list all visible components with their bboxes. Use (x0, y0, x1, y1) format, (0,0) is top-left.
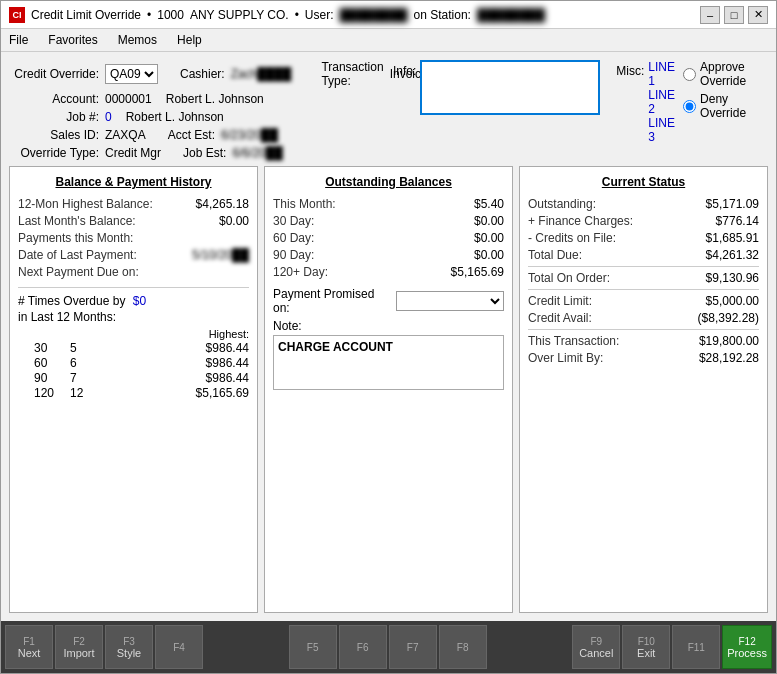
status-value-6: ($8,392.28) (698, 311, 759, 325)
f7-key[interactable]: F7 (389, 625, 437, 669)
outstanding-value-0: $5.40 (474, 197, 504, 211)
overdue-count-1: 6 (70, 356, 90, 370)
override-radio-section: Approve Override Deny Override (683, 60, 768, 120)
credit-override-select[interactable]: QA09 (105, 64, 158, 84)
f2-key[interactable]: F2 Import (55, 625, 103, 669)
status-row-3: Total Due: $4,261.32 (528, 248, 759, 262)
highest-label: Highest: (96, 328, 249, 340)
status-value-2: $1,685.91 (706, 231, 759, 245)
outstanding-label-1: 30 Day: (273, 214, 314, 228)
balance-history-panel: Balance & Payment History 12-Mon Highest… (9, 166, 258, 613)
function-key-bar: F1 Next F2 Import F3 Style F4 F5 F6 F7 (1, 621, 776, 673)
acct-est-label: Acct Est: (168, 128, 215, 142)
job-name: Robert L. Johnson (126, 110, 224, 124)
overdue-amount-3: $5,165.69 (96, 386, 249, 400)
f9-key[interactable]: F9 Cancel (572, 625, 620, 669)
title-bar: CI Credit Limit Override • 1000 ANY SUPP… (1, 1, 776, 29)
job-label: Job #: (9, 110, 99, 124)
info-area: Info: (393, 60, 600, 115)
station-value: ████████ (477, 8, 545, 22)
overdue-count-2: 7 (70, 371, 90, 385)
current-status-title: Current Status (528, 175, 759, 189)
f8-key[interactable]: F8 (439, 625, 487, 669)
f6-key[interactable]: F6 (339, 625, 387, 669)
approve-override-radio[interactable] (683, 68, 696, 81)
overdue-grid: Highest: 30 5 $986.44 60 6 $986.44 90 7 … (34, 328, 249, 400)
minimize-button[interactable]: – (700, 6, 720, 24)
payment-promised-select[interactable] (396, 291, 504, 311)
status-row-5: Credit Limit: $5,000.00 (528, 294, 759, 308)
balance-label-2: Payments this Month: (18, 231, 133, 245)
status-label-6: Credit Avail: (528, 311, 592, 325)
close-button[interactable]: ✕ (748, 6, 768, 24)
misc-label: Misc: (616, 64, 644, 78)
balance-row-1: Last Month's Balance: $0.00 (18, 214, 249, 228)
maximize-button[interactable]: □ (724, 6, 744, 24)
job-est-value: 6/6/20██ (232, 146, 282, 160)
f10-key[interactable]: F10 Exit (622, 625, 670, 669)
misc-line-2: LINE 2 (648, 88, 675, 116)
account-name: Robert L. Johnson (166, 92, 264, 106)
balance-label-4: Next Payment Due on: (18, 265, 139, 279)
balance-value-0: $4,265.18 (196, 197, 249, 211)
balance-row-0: 12-Mon Highest Balance: $4,265.18 (18, 197, 249, 211)
job-value: 0 (105, 110, 112, 124)
f3-key[interactable]: F3 Style (105, 625, 153, 669)
deny-override-label: Deny Override (700, 92, 768, 120)
outstanding-value-4: $5,165.69 (451, 265, 504, 279)
outstanding-value-2: $0.00 (474, 231, 504, 245)
status-value-0: $5,171.09 (706, 197, 759, 211)
window-controls: – □ ✕ (700, 6, 768, 24)
row-override-type: Override Type: Credit Mgr Job Est: 6/6/2… (9, 146, 369, 160)
menu-help[interactable]: Help (173, 31, 206, 49)
status-row-4: Total On Order: $9,130.96 (528, 271, 759, 285)
status-value-4: $9,130.96 (706, 271, 759, 285)
balance-value-3: 5/10/20██ (192, 248, 249, 262)
f4-key[interactable]: F4 (155, 625, 203, 669)
menu-memos[interactable]: Memos (114, 31, 161, 49)
deny-override-radio[interactable] (683, 100, 696, 113)
status-row-8: Over Limit By: $28,192.28 (528, 351, 759, 365)
overdue-amount-1: $986.44 (96, 356, 249, 370)
status-label-4: Total On Order: (528, 271, 610, 285)
company-name: ANY SUPPLY CO. (190, 8, 289, 22)
f11-key[interactable]: F11 (672, 625, 720, 669)
balance-label-3: Date of Last Payment: (18, 248, 137, 262)
row-credit-override: Credit Override: QA09 Cashier: Zach████ … (9, 60, 369, 88)
status-label-8: Over Limit By: (528, 351, 603, 365)
override-type-label: Override Type: (9, 146, 99, 160)
note-box: CHARGE ACCOUNT (273, 335, 504, 390)
sales-id-label: Sales ID: (9, 128, 99, 142)
status-divider-2 (528, 289, 759, 290)
status-value-3: $4,261.32 (706, 248, 759, 262)
payment-promised-row: Payment Promised on: (273, 287, 504, 315)
info-input[interactable] (420, 60, 600, 115)
status-label-7: This Transaction: (528, 334, 619, 348)
balance-label-1: Last Month's Balance: (18, 214, 136, 228)
f5-key[interactable]: F5 (289, 625, 337, 669)
overdue-count-3: 12 (70, 386, 90, 400)
window-title: Credit Limit Override (31, 8, 141, 22)
status-label-3: Total Due: (528, 248, 582, 262)
balance-label-0: 12-Mon Highest Balance: (18, 197, 153, 211)
overdue-days-3: 120 (34, 386, 64, 400)
menu-bar: File Favorites Memos Help (1, 29, 776, 52)
overdue-days-2: 90 (34, 371, 64, 385)
outstanding-label-3: 90 Day: (273, 248, 314, 262)
cashier-label: Cashier: (180, 67, 225, 81)
status-value-5: $5,000.00 (706, 294, 759, 308)
info-misc-section: Info: Misc: LINE 1 LINE 2 LINE 3 (393, 60, 675, 144)
overdue-days-1: 60 (34, 356, 64, 370)
menu-favorites[interactable]: Favorites (44, 31, 101, 49)
status-row-2: - Credits on File: $1,685.91 (528, 231, 759, 245)
outstanding-row-2: 60 Day: $0.00 (273, 231, 504, 245)
f1-key[interactable]: F1 Next (5, 625, 53, 669)
override-type-value: Credit Mgr (105, 146, 161, 160)
status-row-0: Outstanding: $5,171.09 (528, 197, 759, 211)
balance-row-4: Next Payment Due on: (18, 265, 249, 279)
menu-file[interactable]: File (5, 31, 32, 49)
status-value-8: $28,192.28 (699, 351, 759, 365)
balance-value-1: $0.00 (219, 214, 249, 228)
status-label-1: + Finance Charges: (528, 214, 633, 228)
f12-key[interactable]: F12 Process (722, 625, 772, 669)
